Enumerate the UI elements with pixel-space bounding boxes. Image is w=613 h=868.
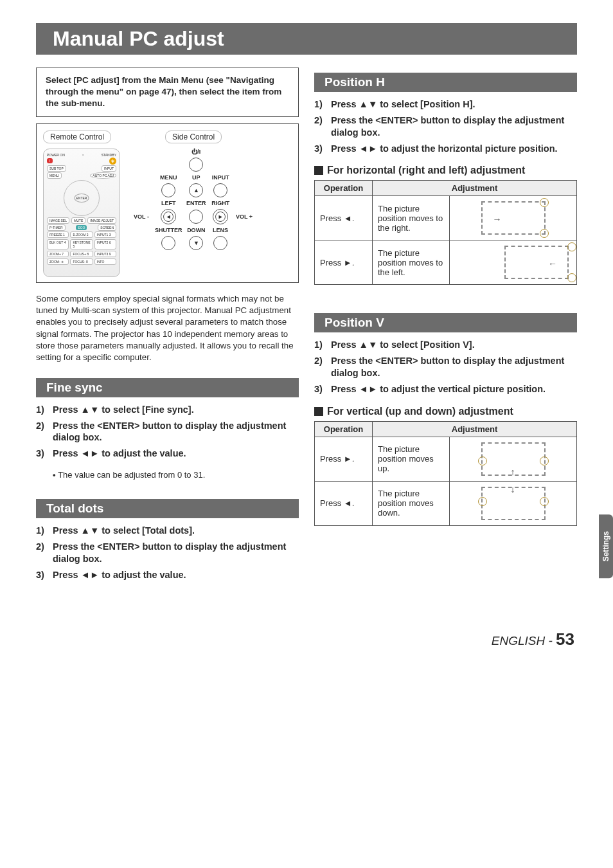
intro-box: Select [PC adjust] from the Main Menu (s… <box>36 68 299 117</box>
total-dots-heading: Total dots <box>36 499 299 518</box>
position-h-heading: Position H <box>314 73 577 92</box>
page-footer: ENGLISH - 53 <box>36 629 577 649</box>
position-h-steps: Press ▲▼ to select [Position H]. Press t… <box>314 98 577 154</box>
remote-control-diagram: POWER ON○STANDBY I⏻ SUB TOPINPUT MENUAUT… <box>43 149 120 277</box>
fine-sync-steps: Press ▲▼ to select [Fine sync]. Press th… <box>36 404 299 460</box>
intro-paragraph: Some computers employ special signal for… <box>36 293 299 364</box>
diagram-move-left: ← <box>504 246 569 279</box>
diagram-move-down: ↓ <box>481 487 546 520</box>
total-dots-steps: Press ▲▼ to select [Total dots]. Press t… <box>36 525 299 581</box>
remote-control-label: Remote Control <box>43 131 111 143</box>
position-v-steps: Press ▲▼ to select [Position V]. Press t… <box>314 339 577 395</box>
fine-sync-heading: Fine sync <box>36 378 299 397</box>
page-title: Manual PC adjust <box>36 23 577 55</box>
position-v-table: OperationAdjustment Press ►. The picture… <box>314 421 577 526</box>
side-control-label: Side Control <box>165 131 222 143</box>
diagram-move-right: → <box>481 201 546 235</box>
position-h-subheading: For horizontal (right and left) adjustme… <box>314 165 577 176</box>
fine-sync-note: The value can be adjusted from 0 to 31. <box>53 470 299 480</box>
position-v-subheading: For vertical (up and down) adjustment <box>314 406 577 417</box>
diagram-move-up: ↑ <box>481 442 546 476</box>
side-control-diagram: ⏻/I MENUUPINPUT ▲ LEFTENTERRIGHT VOL -◄►… <box>132 149 254 250</box>
position-h-table: OperationAdjustment Press ◄. The picture… <box>314 180 577 285</box>
position-v-heading: Position V <box>314 313 577 332</box>
controls-box: Remote Control Side Control POWER ON○STA… <box>36 123 299 283</box>
side-tab-settings: Settings <box>599 514 613 578</box>
